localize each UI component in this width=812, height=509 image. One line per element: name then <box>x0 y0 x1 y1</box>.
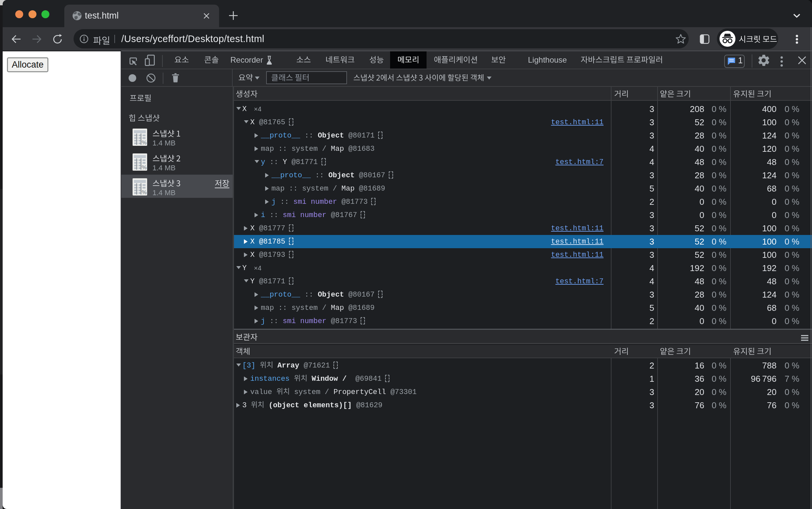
svg-text:%: % <box>141 164 146 171</box>
svg-text:%: % <box>141 189 146 196</box>
svg-text:%: % <box>141 139 146 146</box>
